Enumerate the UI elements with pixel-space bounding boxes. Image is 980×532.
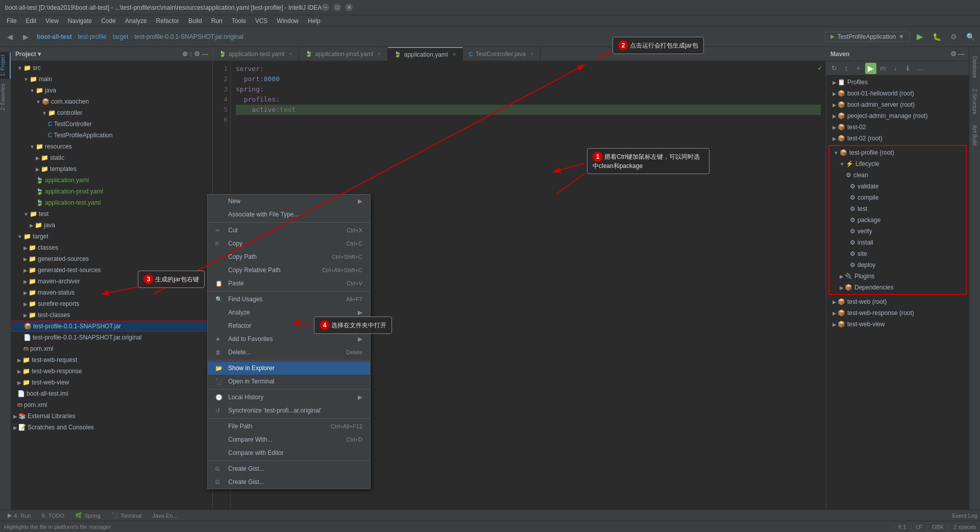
tree-item-iml[interactable]: 📄 boot-all-test.iml bbox=[11, 388, 212, 399]
locate-button[interactable]: ⊕ bbox=[182, 50, 188, 58]
maven-item-testwebview[interactable]: ▶ 📦 test-web-view bbox=[826, 319, 969, 330]
close-button[interactable]: ✕ bbox=[345, 4, 353, 11]
menu-view[interactable]: View bbox=[41, 16, 63, 26]
tab-run[interactable]: ▶ 4: Run bbox=[3, 510, 36, 521]
menu-run[interactable]: Run bbox=[207, 16, 227, 26]
tree-item-test[interactable]: ▼ 📁 test bbox=[11, 208, 212, 220]
menu-tools[interactable]: Tools bbox=[228, 16, 250, 26]
cm-item-copypath[interactable]: Copy Path Ctrl+Shift+C bbox=[208, 250, 370, 263]
maven-refresh[interactable]: ↻ bbox=[828, 63, 840, 74]
maven-item-plugins[interactable]: ▶ 🔌 Plugins bbox=[829, 271, 966, 282]
maven-skip-tests[interactable]: m bbox=[877, 63, 889, 74]
cm-item-creategist1[interactable]: G Create Gist... bbox=[208, 462, 370, 475]
cm-item-creategist2[interactable]: G Create Gist... bbox=[208, 475, 370, 489]
tree-item-java[interactable]: ▼ 📁 java bbox=[11, 85, 212, 96]
tree-item-target[interactable]: ▼ 📁 target bbox=[11, 231, 212, 242]
tab-close-button[interactable]: ✕ bbox=[530, 51, 534, 57]
maven-run-button[interactable]: ▶ bbox=[865, 63, 876, 74]
menu-build[interactable]: Build bbox=[184, 16, 206, 26]
maven-settings[interactable]: ⚙ bbox=[950, 50, 957, 58]
maven-more[interactable]: … bbox=[914, 63, 925, 74]
tab-close-button[interactable]: ✕ bbox=[377, 51, 381, 57]
tab-spring[interactable]: 🌿 Spring bbox=[70, 510, 106, 521]
tree-item-maven-status[interactable]: ▶ 📁 maven-status bbox=[11, 287, 212, 298]
tree-item-classes[interactable]: ▶ 📁 classes bbox=[11, 242, 212, 253]
cm-item-copyrel[interactable]: Copy Relative Path Ctrl+Alt+Shift+C bbox=[208, 263, 370, 277]
maven-item-lifecycle[interactable]: ▼ ⚡ Lifecycle bbox=[829, 158, 966, 170]
tab-app-yaml[interactable]: 🍃 application.yaml ✕ bbox=[388, 47, 462, 61]
sidebar-tab-zstructure[interactable]: Z-Structure bbox=[971, 85, 978, 118]
tree-item-main[interactable]: ▼ 📁 main bbox=[11, 74, 212, 85]
menu-analyze[interactable]: Analyze bbox=[121, 16, 151, 26]
tree-item-test-classes[interactable]: ▶ 📁 test-classes bbox=[11, 309, 212, 321]
tree-item-com[interactable]: ▼ 📦 com.xiaochen bbox=[11, 96, 212, 107]
tab-app-prod[interactable]: 🍃 application-prod.yaml ✕ bbox=[299, 47, 388, 61]
breadcrumb-profile[interactable]: test-profile bbox=[78, 33, 107, 40]
menu-navigate[interactable]: Navigate bbox=[64, 16, 96, 26]
maven-add[interactable]: + bbox=[853, 63, 864, 74]
maven-phase-package[interactable]: ⚙ package bbox=[829, 214, 966, 226]
cm-item-delete[interactable]: 🗑 Delete... Delete bbox=[208, 346, 370, 359]
breadcrumb-file[interactable]: test-profile-0.0.1-SNAPSHOT.jar.original bbox=[134, 33, 243, 40]
tree-item-scratches[interactable]: ▶ 📝 Scratches and Consoles bbox=[11, 422, 212, 433]
tree-item-testprofileapp[interactable]: C TestProfileApplication bbox=[11, 130, 212, 141]
maven-phase-validate[interactable]: ⚙ validate bbox=[829, 181, 966, 192]
maven-phase-clean[interactable]: ⚙ clean bbox=[829, 170, 966, 181]
maven-phase-test[interactable]: ⚙ test bbox=[829, 203, 966, 214]
breadcrumb-target[interactable]: target bbox=[113, 33, 129, 40]
run-button[interactable]: ▶ bbox=[913, 30, 927, 44]
maven-item-testweb[interactable]: ▶ 📦 test-web (root) bbox=[826, 296, 969, 307]
tree-item-appprod[interactable]: 🍃 application-prod.yaml bbox=[11, 186, 212, 197]
sidebar-tab-antbuild[interactable]: Ant Build bbox=[971, 121, 978, 150]
tab-test-ctrl[interactable]: C TestController.java ✕ bbox=[463, 47, 541, 61]
maven-download[interactable]: ↓ bbox=[890, 63, 901, 74]
cm-item-findusages[interactable]: 🔍 Find Usages Alt+F7 bbox=[208, 293, 370, 306]
tab-terminal[interactable]: ⬛ Terminal bbox=[106, 510, 147, 521]
minimize-button[interactable]: ─ bbox=[322, 4, 329, 11]
maven-item-testwebresp[interactable]: ▶ 📦 test-web-response (root) bbox=[826, 307, 969, 319]
maven-info[interactable]: ℹ bbox=[902, 63, 913, 74]
tree-item-templates[interactable]: ▶ 📁 templates bbox=[11, 163, 212, 175]
tree-item-gen-sources[interactable]: ▶ 📁 generated-sources bbox=[11, 253, 212, 264]
menu-file[interactable]: File bbox=[3, 16, 20, 26]
project-close[interactable]: — bbox=[202, 50, 208, 58]
cm-item-compareeditor[interactable]: Compare with Editor bbox=[208, 446, 370, 460]
maven-item-boot01[interactable]: ▶ 📦 boot-01-helloworld (root) bbox=[826, 88, 969, 99]
settings-button[interactable]: ⚙ bbox=[946, 30, 961, 44]
tree-item-apptest[interactable]: 🍃 application-test.yaml bbox=[11, 197, 212, 208]
maven-phase-compile[interactable]: ⚙ compile bbox=[829, 192, 966, 203]
tree-item-jar[interactable]: 📦 test-profile-0.0.1-SNAPSHOT.jar bbox=[11, 321, 212, 332]
tree-item-twresp[interactable]: ▶ 📁 test-web-response bbox=[11, 366, 212, 377]
cm-item-copy[interactable]: ⎘ Copy Ctrl+C bbox=[208, 237, 370, 250]
cm-item-paste[interactable]: 📋 Paste Ctrl+V bbox=[208, 277, 370, 290]
tree-item-static[interactable]: ▶ 📁 static bbox=[11, 152, 212, 163]
run-config-selector[interactable]: ▶ TestProfileApplication ▼ bbox=[825, 32, 910, 42]
menu-window[interactable]: Window bbox=[273, 16, 303, 26]
maven-item-projectadmin[interactable]: ▶ 📦 peoject-admin_manage (root) bbox=[826, 110, 969, 122]
cm-item-filepath[interactable]: File Path Ctrl+Alt+F12 bbox=[208, 420, 370, 433]
tree-item-ext-libs[interactable]: ▶ 📚 External Libraries bbox=[11, 410, 212, 422]
tree-item-testjava[interactable]: ▶ 📁 java bbox=[11, 220, 212, 231]
cm-item-addfavorites[interactable]: ★ Add to Favorites ▶ bbox=[208, 332, 370, 346]
cm-item-localhistory[interactable]: 🕐 Local History ▶ bbox=[208, 391, 370, 404]
tree-item-controller[interactable]: ▼ 📁 controller bbox=[11, 107, 212, 118]
tree-item-twreq[interactable]: ▶ 📁 test-web-request bbox=[11, 354, 212, 366]
cm-item-comparewith[interactable]: Compare With... Ctrl+D bbox=[208, 433, 370, 446]
tree-item-surefire[interactable]: ▶ 📁 surefire-reports bbox=[11, 298, 212, 309]
menu-code[interactable]: Code bbox=[97, 16, 120, 26]
menu-help[interactable]: Help bbox=[304, 16, 325, 26]
tab-java-en[interactable]: Java En... bbox=[148, 510, 183, 521]
maven-phase-site[interactable]: ⚙ site bbox=[829, 248, 966, 259]
cm-item-cut[interactable]: ✂ Cut Ctrl+X bbox=[208, 224, 370, 237]
sidebar-tab-database[interactable]: Database bbox=[971, 52, 978, 82]
tree-item-testcontroller[interactable]: C TestController bbox=[11, 118, 212, 130]
sidebar-tab-project[interactable]: 1: Project bbox=[0, 52, 11, 79]
menu-refactor[interactable]: Refactor bbox=[152, 16, 183, 26]
project-settings[interactable]: ⚙ bbox=[194, 50, 200, 58]
menu-edit[interactable]: Edit bbox=[21, 16, 40, 26]
maven-close[interactable]: — bbox=[958, 50, 965, 58]
forward-button[interactable]: ▶ bbox=[18, 30, 33, 44]
tree-item-src[interactable]: ▼ 📁 src bbox=[11, 62, 212, 74]
menu-vcs[interactable]: VCS bbox=[251, 16, 272, 26]
tree-item-pom[interactable]: m pom.xml bbox=[11, 343, 212, 354]
